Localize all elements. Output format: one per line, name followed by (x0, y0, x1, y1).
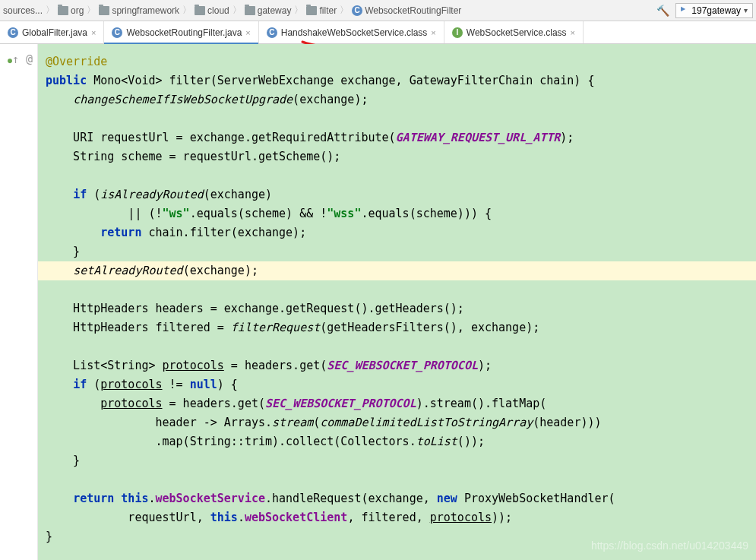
tab-websocketroutingfilter[interactable]: C WebsocketRoutingFilter.java × (104, 21, 258, 43)
breadcrumb-toolbar: sources... 〉 org 〉 springframework 〉 clo… (0, 0, 756, 21)
breadcrumb-gateway[interactable]: gateway (245, 5, 292, 16)
tab-label: WebSocketService.class (467, 27, 567, 38)
editor-tabs: C GlobalFilter.java × C WebsocketRouting… (0, 21, 756, 44)
tab-handshake[interactable]: C HandshakeWebSocketService.class × (259, 21, 444, 43)
tab-label: GlobalFilter.java (22, 27, 87, 38)
class-icon: C (267, 27, 277, 38)
class-icon: C (8, 27, 18, 38)
folder-icon (58, 6, 68, 15)
close-icon[interactable]: × (245, 28, 250, 37)
breadcrumb-filter[interactable]: filter (306, 5, 337, 16)
chevron-right-icon: 〉 (338, 4, 350, 17)
breadcrumb-leaf[interactable]: C WebsocketRoutingFilter (352, 5, 461, 16)
tab-label: HandshakeWebSocketService.class (281, 27, 428, 38)
folder-icon (195, 6, 205, 15)
code-editor[interactable]: @Override public Mono<Void> filter(Serve… (38, 44, 756, 560)
close-icon[interactable]: × (431, 28, 435, 37)
chevron-right-icon: 〉 (293, 4, 305, 17)
build-icon[interactable]: 🔨 (656, 5, 669, 17)
close-icon[interactable]: × (571, 28, 575, 37)
class-icon: C (352, 5, 362, 16)
chevron-right-icon: 〉 (231, 4, 243, 17)
tab-websocketservice[interactable]: I WebSocketService.class × (444, 21, 584, 43)
breadcrumb-springframework[interactable]: springframework (99, 5, 179, 16)
tab-globalfilter[interactable]: C GlobalFilter.java × (0, 21, 104, 43)
breadcrumb-org[interactable]: org (58, 5, 84, 16)
breadcrumb-cloud[interactable]: cloud (195, 5, 229, 16)
folder-icon (99, 6, 109, 15)
gutter: ●↑ @ (0, 44, 38, 560)
chevron-down-icon: ▾ (744, 6, 748, 14)
folder-icon (245, 6, 255, 15)
interface-icon: I (452, 27, 463, 38)
chevron-right-icon: 〉 (85, 4, 97, 17)
gutter-mark-override[interactable]: ●↑ @ (0, 52, 37, 71)
chevron-right-icon: 〉 (181, 4, 193, 17)
class-icon: C (112, 27, 122, 38)
breadcrumb-root[interactable]: sources... (3, 5, 43, 16)
run-config-dropdown[interactable]: 197gateway ▾ (675, 3, 753, 18)
run-arrow-icon (681, 7, 688, 14)
chevron-right-icon: 〉 (44, 4, 56, 17)
folder-icon (306, 6, 317, 15)
editor-area: ●↑ @ @Override public Mono<Void> filter(… (0, 44, 756, 560)
close-icon[interactable]: × (91, 28, 96, 37)
run-config-label: 197gateway (691, 5, 741, 16)
tab-label: WebsocketRoutingFilter.java (126, 27, 242, 38)
